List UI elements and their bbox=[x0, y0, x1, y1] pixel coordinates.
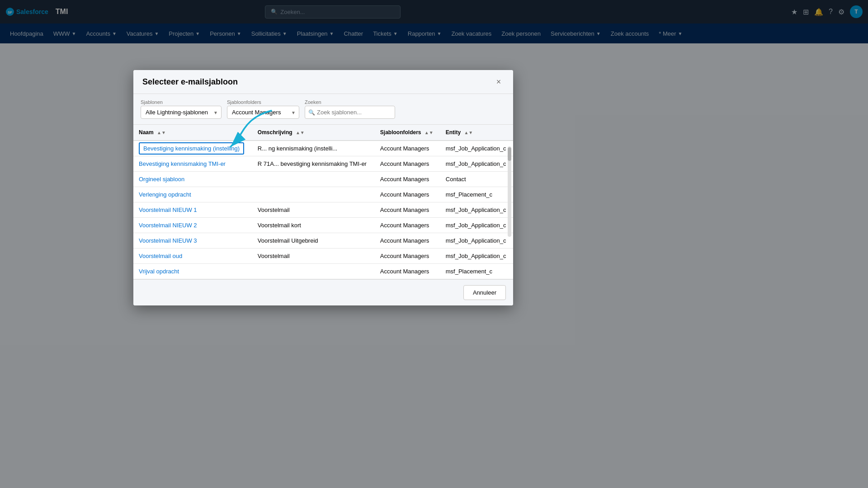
table-row[interactable]: Voorstelmail oudVoorstelmailAccount Mana… bbox=[133, 249, 513, 264]
cell-entity: msf_Job_Application_c bbox=[440, 202, 513, 218]
cell-sjabloonfolders: Account Managers bbox=[375, 249, 440, 264]
cell-omschrijving: R... ng kennismaking (instelli... bbox=[252, 141, 375, 156]
col-sjabloonfolders[interactable]: Sjabloonfolders ▲▼ bbox=[375, 125, 440, 141]
cell-entity: msf_Job_Application_c bbox=[440, 218, 513, 233]
naam-link[interactable]: Voorstelmail NIEUW 3 bbox=[139, 237, 197, 244]
naam-link[interactable]: Voorstelmail NIEUW 2 bbox=[139, 222, 197, 229]
cell-sjabloonfolders: Account Managers bbox=[375, 187, 440, 202]
search-icon: 🔍 bbox=[308, 109, 315, 116]
cell-entity: Contact bbox=[440, 172, 513, 187]
table-header: Naam ▲▼ Omschrijving ▲▼ Sjabloonfolders … bbox=[133, 125, 513, 141]
cell-sjabloonfolders: Account Managers bbox=[375, 233, 440, 249]
sjablonen-select-wrapper: Alle Lightning-sjablonen bbox=[141, 106, 222, 119]
template-table-wrapper: Naam ▲▼ Omschrijving ▲▼ Sjabloonfolders … bbox=[133, 125, 513, 279]
col-omschrijving[interactable]: Omschrijving ▲▼ bbox=[252, 125, 375, 141]
modal-title: Selecteer e-mailsjabloon bbox=[142, 77, 238, 87]
sjabloonfolders-filter-group: Sjabloonfolders Account Managers bbox=[227, 99, 299, 119]
cancel-button[interactable]: Annuleer bbox=[463, 285, 506, 300]
cell-omschrijving: Voorstelmail Uitgebreid bbox=[252, 233, 375, 249]
cell-entity: msf_Job_Application_c bbox=[440, 141, 513, 156]
cell-omschrijving: Voorstelmail bbox=[252, 202, 375, 218]
cell-omschrijving: Voorstelmail kort bbox=[252, 218, 375, 233]
cell-sjabloonfolders: Account Managers bbox=[375, 141, 440, 156]
table-row[interactable]: Orgineel sjabloonAccount ManagersContact bbox=[133, 172, 513, 187]
table-row[interactable]: Bevestiging kennismaking (instelling)R..… bbox=[133, 141, 513, 156]
search-filter-group: Zoeken 🔍 bbox=[305, 99, 395, 119]
table-row[interactable]: Voorstelmail NIEUW 2Voorstelmail kortAcc… bbox=[133, 218, 513, 233]
cell-naam[interactable]: Vrijval opdracht bbox=[133, 264, 252, 279]
sjablonen-filter-group: Sjablonen Alle Lightning-sjablonen bbox=[141, 99, 222, 119]
sjabloonfolders-label: Sjabloonfolders bbox=[227, 99, 299, 105]
sjablonen-select[interactable]: Alle Lightning-sjablonen bbox=[141, 106, 222, 119]
cell-omschrijving: Voorstelmail bbox=[252, 249, 375, 264]
table-row[interactable]: Verlenging opdrachtAccount Managersmsf_P… bbox=[133, 187, 513, 202]
naam-link[interactable]: Verlenging opdracht bbox=[139, 191, 191, 198]
cell-omschrijving: R 71A... bevestiging kennismaking TMI-er bbox=[252, 156, 375, 172]
cell-entity: msf_Job_Application_c bbox=[440, 233, 513, 249]
modal-close-button[interactable]: × bbox=[493, 76, 504, 87]
modal-footer: Annuleer bbox=[133, 279, 513, 305]
cell-entity: msf_Placement_c bbox=[440, 264, 513, 279]
search-input-wrapper: 🔍 bbox=[305, 106, 395, 119]
cell-entity: msf_Placement_c bbox=[440, 187, 513, 202]
cell-naam[interactable]: Bevestiging kennismaking (instelling) bbox=[133, 141, 252, 156]
cell-sjabloonfolders: Account Managers bbox=[375, 264, 440, 279]
naam-link[interactable]: Vrijval opdracht bbox=[139, 268, 179, 275]
cell-omschrijving bbox=[252, 172, 375, 187]
cell-naam[interactable]: Voorstelmail oud bbox=[133, 249, 252, 264]
cell-sjabloonfolders: Account Managers bbox=[375, 156, 440, 172]
naam-link[interactable]: Voorstelmail NIEUW 1 bbox=[139, 206, 197, 213]
sort-folders-icon: ▲▼ bbox=[425, 130, 434, 135]
cell-sjabloonfolders: Account Managers bbox=[375, 218, 440, 233]
sjabloonfolders-select-wrapper: Account Managers bbox=[227, 106, 299, 119]
cell-naam[interactable]: Orgineel sjabloon bbox=[133, 172, 252, 187]
table-row[interactable]: Vrijval opdrachtAccount Managersmsf_Plac… bbox=[133, 264, 513, 279]
table-body: Bevestiging kennismaking (instelling)R..… bbox=[133, 141, 513, 279]
cell-naam[interactable]: Voorstelmail NIEUW 3 bbox=[133, 233, 252, 249]
modal-filters: Sjablonen Alle Lightning-sjablonen Sjabl… bbox=[133, 94, 513, 125]
email-template-modal: Selecteer e-mailsjabloon × Sjablonen All… bbox=[133, 70, 513, 305]
sort-naam-icon: ▲▼ bbox=[157, 130, 166, 135]
cell-entity: msf_Job_Application_c bbox=[440, 249, 513, 264]
sjablonen-label: Sjablonen bbox=[141, 99, 222, 105]
sort-entity-icon: ▲▼ bbox=[464, 130, 473, 135]
highlighted-naam: Bevestiging kennismaking (instelling) bbox=[139, 142, 244, 155]
sjabloonfolders-select[interactable]: Account Managers bbox=[227, 106, 299, 119]
naam-link[interactable]: Orgineel sjabloon bbox=[139, 176, 184, 183]
search-label: Zoeken bbox=[305, 99, 395, 105]
scroll-thumb bbox=[508, 147, 511, 161]
table-row[interactable]: Bevestiging kennismaking TMI-erR 71A... … bbox=[133, 156, 513, 172]
modal-header: Selecteer e-mailsjabloon × bbox=[133, 70, 513, 94]
scroll-indicator bbox=[508, 146, 511, 237]
cell-naam[interactable]: Voorstelmail NIEUW 2 bbox=[133, 218, 252, 233]
search-input[interactable] bbox=[305, 106, 395, 119]
cell-omschrijving bbox=[252, 187, 375, 202]
naam-link[interactable]: Voorstelmail oud bbox=[139, 253, 182, 259]
cell-naam[interactable]: Voorstelmail NIEUW 1 bbox=[133, 202, 252, 218]
cell-entity: msf_Job_Application_c bbox=[440, 156, 513, 172]
cell-sjabloonfolders: Account Managers bbox=[375, 172, 440, 187]
sort-omschrijving-icon: ▲▼ bbox=[296, 130, 305, 135]
table-row[interactable]: Voorstelmail NIEUW 1VoorstelmailAccount … bbox=[133, 202, 513, 218]
naam-link[interactable]: Bevestiging kennismaking TMI-er bbox=[139, 160, 226, 167]
col-entity[interactable]: Entity ▲▼ bbox=[440, 125, 513, 141]
col-naam[interactable]: Naam ▲▼ bbox=[133, 125, 252, 141]
table-row[interactable]: Voorstelmail NIEUW 3Voorstelmail Uitgebr… bbox=[133, 233, 513, 249]
template-table: Naam ▲▼ Omschrijving ▲▼ Sjabloonfolders … bbox=[133, 125, 513, 279]
cell-sjabloonfolders: Account Managers bbox=[375, 202, 440, 218]
cell-naam[interactable]: Bevestiging kennismaking TMI-er bbox=[133, 156, 252, 172]
cell-omschrijving bbox=[252, 264, 375, 279]
cell-naam[interactable]: Verlenging opdracht bbox=[133, 187, 252, 202]
